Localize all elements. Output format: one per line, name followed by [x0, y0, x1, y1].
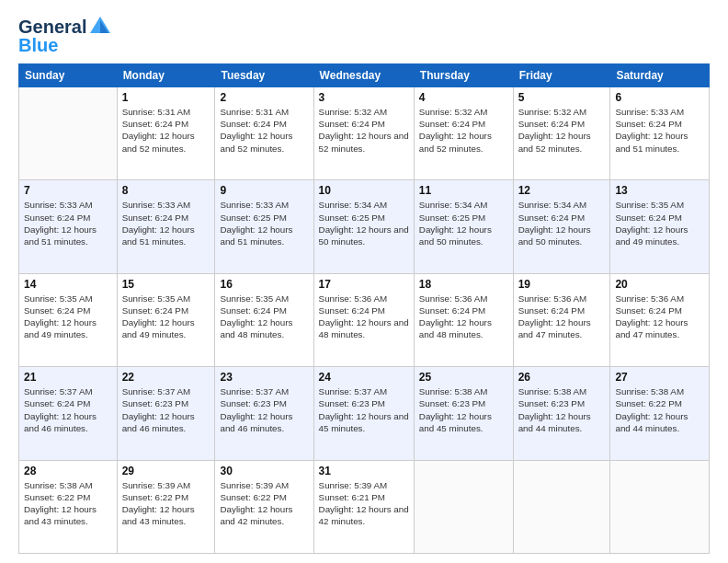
cell-sun-info: Sunrise: 5:32 AMSunset: 6:24 PMDaylight:…: [319, 106, 409, 155]
day-header-thursday: Thursday: [414, 64, 513, 87]
cell-day-number: 1: [122, 91, 210, 104]
cell-sun-info: Sunrise: 5:38 AMSunset: 6:22 PMDaylight:…: [615, 385, 704, 434]
cell-day-number: 11: [419, 184, 508, 197]
cell-day-number: 7: [24, 184, 112, 197]
cell-sun-info: Sunrise: 5:37 AMSunset: 6:23 PMDaylight:…: [319, 385, 409, 434]
cell-sun-info: Sunrise: 5:36 AMSunset: 6:24 PMDaylight:…: [319, 293, 409, 341]
cell-day-number: 3: [319, 91, 409, 104]
day-header-monday: Monday: [117, 64, 215, 87]
logo: General Blue: [18, 15, 112, 56]
day-header-tuesday: Tuesday: [215, 64, 313, 87]
calendar-cell: 6Sunrise: 5:33 AMSunset: 6:24 PMDaylight…: [610, 87, 710, 180]
cell-day-number: 28: [24, 465, 112, 477]
calendar-cell: 28Sunrise: 5:38 AMSunset: 6:22 PMDayligh…: [19, 460, 118, 553]
cell-day-number: 18: [419, 278, 508, 291]
cell-sun-info: Sunrise: 5:34 AMSunset: 6:24 PMDaylight:…: [518, 199, 606, 247]
cell-day-number: 5: [518, 91, 606, 104]
cell-day-number: 24: [319, 371, 409, 384]
cell-sun-info: Sunrise: 5:35 AMSunset: 6:24 PMDaylight:…: [615, 199, 704, 247]
cell-sun-info: Sunrise: 5:37 AMSunset: 6:23 PMDaylight:…: [122, 385, 210, 434]
day-header-friday: Friday: [513, 64, 610, 87]
calendar-cell: 29Sunrise: 5:39 AMSunset: 6:22 PMDayligh…: [117, 460, 215, 553]
calendar-week-row: 7Sunrise: 5:33 AMSunset: 6:24 PMDaylight…: [19, 180, 710, 273]
cell-sun-info: Sunrise: 5:37 AMSunset: 6:24 PMDaylight:…: [24, 385, 112, 434]
cell-sun-info: Sunrise: 5:31 AMSunset: 6:24 PMDaylight:…: [122, 106, 210, 155]
header: General Blue: [18, 15, 710, 56]
calendar-cell: 31Sunrise: 5:39 AMSunset: 6:21 PMDayligh…: [313, 460, 414, 553]
calendar-cell: 8Sunrise: 5:33 AMSunset: 6:24 PMDaylight…: [117, 180, 215, 273]
cell-day-number: 14: [24, 278, 112, 291]
cell-day-number: 4: [419, 91, 508, 104]
calendar-cell: 22Sunrise: 5:37 AMSunset: 6:23 PMDayligh…: [117, 367, 215, 460]
calendar-table: SundayMondayTuesdayWednesdayThursdayFrid…: [18, 63, 710, 554]
cell-sun-info: Sunrise: 5:35 AMSunset: 6:24 PMDaylight:…: [24, 293, 112, 341]
cell-day-number: 13: [615, 184, 704, 197]
calendar-cell: 13Sunrise: 5:35 AMSunset: 6:24 PMDayligh…: [610, 180, 710, 273]
cell-day-number: 20: [615, 278, 704, 291]
calendar-cell: 12Sunrise: 5:34 AMSunset: 6:24 PMDayligh…: [513, 180, 610, 273]
cell-day-number: 21: [24, 371, 112, 384]
calendar-cell: 11Sunrise: 5:34 AMSunset: 6:25 PMDayligh…: [414, 180, 513, 273]
calendar-cell: [610, 460, 710, 553]
cell-day-number: 26: [518, 371, 606, 384]
calendar-week-row: 1Sunrise: 5:31 AMSunset: 6:24 PMDaylight…: [19, 87, 710, 180]
cell-sun-info: Sunrise: 5:35 AMSunset: 6:24 PMDaylight:…: [122, 293, 210, 341]
cell-day-number: 19: [518, 278, 606, 291]
cell-day-number: 6: [615, 91, 704, 104]
calendar-cell: 30Sunrise: 5:39 AMSunset: 6:22 PMDayligh…: [215, 460, 313, 553]
calendar-cell: 10Sunrise: 5:34 AMSunset: 6:25 PMDayligh…: [313, 180, 414, 273]
cell-day-number: 30: [220, 465, 308, 477]
calendar-cell: 15Sunrise: 5:35 AMSunset: 6:24 PMDayligh…: [117, 273, 215, 366]
calendar-week-row: 21Sunrise: 5:37 AMSunset: 6:24 PMDayligh…: [19, 367, 710, 460]
cell-day-number: 16: [220, 278, 308, 291]
calendar-cell: 4Sunrise: 5:32 AMSunset: 6:24 PMDaylight…: [414, 87, 513, 180]
calendar-cell: 21Sunrise: 5:37 AMSunset: 6:24 PMDayligh…: [19, 367, 118, 460]
calendar-cell: [513, 460, 610, 553]
calendar-cell: 18Sunrise: 5:36 AMSunset: 6:24 PMDayligh…: [414, 273, 513, 366]
calendar-cell: [414, 460, 513, 553]
cell-sun-info: Sunrise: 5:33 AMSunset: 6:24 PMDaylight:…: [24, 199, 112, 247]
cell-day-number: 15: [122, 278, 210, 291]
cell-sun-info: Sunrise: 5:36 AMSunset: 6:24 PMDaylight:…: [419, 293, 508, 341]
cell-day-number: 17: [319, 278, 409, 291]
cell-sun-info: Sunrise: 5:39 AMSunset: 6:22 PMDaylight:…: [122, 479, 210, 528]
cell-sun-info: Sunrise: 5:33 AMSunset: 6:24 PMDaylight:…: [122, 199, 210, 247]
cell-sun-info: Sunrise: 5:32 AMSunset: 6:24 PMDaylight:…: [518, 106, 606, 155]
cell-day-number: 9: [220, 184, 308, 197]
cell-sun-info: Sunrise: 5:39 AMSunset: 6:22 PMDaylight:…: [220, 479, 308, 528]
cell-sun-info: Sunrise: 5:35 AMSunset: 6:24 PMDaylight:…: [220, 293, 308, 341]
calendar-week-row: 28Sunrise: 5:38 AMSunset: 6:22 PMDayligh…: [19, 460, 710, 553]
cell-sun-info: Sunrise: 5:38 AMSunset: 6:22 PMDaylight:…: [24, 479, 112, 528]
cell-sun-info: Sunrise: 5:34 AMSunset: 6:25 PMDaylight:…: [419, 199, 508, 247]
calendar-cell: 17Sunrise: 5:36 AMSunset: 6:24 PMDayligh…: [313, 273, 414, 366]
calendar-cell: 20Sunrise: 5:36 AMSunset: 6:24 PMDayligh…: [610, 273, 710, 366]
cell-sun-info: Sunrise: 5:33 AMSunset: 6:24 PMDaylight:…: [615, 106, 704, 155]
calendar-cell: 14Sunrise: 5:35 AMSunset: 6:24 PMDayligh…: [19, 273, 118, 366]
cell-sun-info: Sunrise: 5:38 AMSunset: 6:23 PMDaylight:…: [419, 385, 508, 434]
cell-sun-info: Sunrise: 5:37 AMSunset: 6:23 PMDaylight:…: [220, 385, 308, 434]
calendar-cell: 1Sunrise: 5:31 AMSunset: 6:24 PMDaylight…: [117, 87, 215, 180]
cell-sun-info: Sunrise: 5:33 AMSunset: 6:25 PMDaylight:…: [220, 199, 308, 247]
cell-day-number: 8: [122, 184, 210, 197]
calendar-cell: 3Sunrise: 5:32 AMSunset: 6:24 PMDaylight…: [313, 87, 414, 180]
cell-day-number: 29: [122, 465, 210, 477]
cell-day-number: 12: [518, 184, 606, 197]
calendar-cell: 5Sunrise: 5:32 AMSunset: 6:24 PMDaylight…: [513, 87, 610, 180]
calendar-cell: 26Sunrise: 5:38 AMSunset: 6:23 PMDayligh…: [513, 367, 610, 460]
calendar-cell: 27Sunrise: 5:38 AMSunset: 6:22 PMDayligh…: [610, 367, 710, 460]
calendar-cell: 23Sunrise: 5:37 AMSunset: 6:23 PMDayligh…: [215, 367, 313, 460]
logo-icon: [88, 15, 112, 39]
calendar-header-row: SundayMondayTuesdayWednesdayThursdayFrid…: [19, 64, 710, 87]
calendar-cell: [19, 87, 118, 180]
cell-sun-info: Sunrise: 5:32 AMSunset: 6:24 PMDaylight:…: [419, 106, 508, 155]
calendar-cell: 2Sunrise: 5:31 AMSunset: 6:24 PMDaylight…: [215, 87, 313, 180]
logo-text: General: [18, 17, 86, 37]
calendar-week-row: 14Sunrise: 5:35 AMSunset: 6:24 PMDayligh…: [19, 273, 710, 366]
day-header-wednesday: Wednesday: [313, 64, 414, 87]
cell-day-number: 31: [319, 465, 409, 477]
cell-day-number: 25: [419, 371, 508, 384]
cell-sun-info: Sunrise: 5:39 AMSunset: 6:21 PMDaylight:…: [319, 479, 409, 528]
calendar-cell: 24Sunrise: 5:37 AMSunset: 6:23 PMDayligh…: [313, 367, 414, 460]
cell-day-number: 27: [615, 371, 704, 384]
page: General Blue SundayMondayTuesdayWednesda…: [0, 0, 728, 563]
